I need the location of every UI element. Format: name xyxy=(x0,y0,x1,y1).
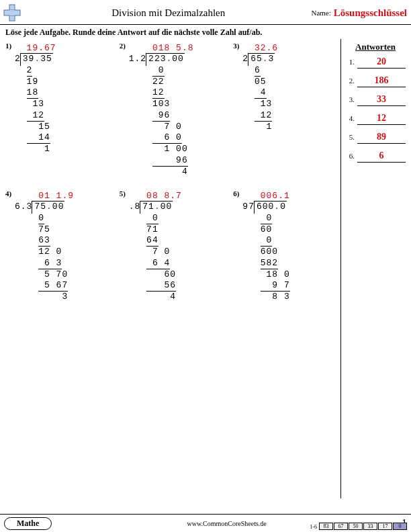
step: 12 xyxy=(129,87,224,99)
answer-number: 5. xyxy=(345,133,355,141)
step: 5 67 xyxy=(15,280,110,292)
step: 12 xyxy=(242,110,338,122)
problem-number: 4) xyxy=(5,189,11,197)
step: 5 70 xyxy=(15,269,110,280)
answer-value: 33 xyxy=(357,94,406,106)
subject-badge: Mathe xyxy=(4,517,52,530)
step: 582 xyxy=(242,258,338,269)
division-setup: .871.00 xyxy=(129,202,224,212)
name-label: Name: xyxy=(311,9,330,17)
answer-value: 12 xyxy=(357,113,406,125)
step: 4 xyxy=(129,167,224,177)
step: 22 xyxy=(129,77,224,87)
step: 56 xyxy=(129,280,224,292)
answers-column: Antworten 1.202.1863.334.125.896.6 xyxy=(340,39,407,498)
step: 0 xyxy=(129,65,224,77)
meter-cell: 83 xyxy=(319,523,333,530)
step: 0 xyxy=(242,235,338,247)
quotient: 08 8.7 xyxy=(129,191,224,202)
step: 64 xyxy=(129,235,224,247)
step: 1 xyxy=(242,122,338,132)
answer-key-label: Lösungsschlüssel xyxy=(334,7,407,19)
problem-number: 2) xyxy=(120,42,126,50)
answer-value: 89 xyxy=(357,132,406,144)
step: 14 xyxy=(15,132,110,144)
step: 19 xyxy=(15,77,110,87)
instruction: Löse jede Aufgabe. Runde deine Antwort a… xyxy=(0,25,411,39)
answer-value: 6 xyxy=(357,150,406,163)
step: 71 xyxy=(129,224,224,235)
problem-number: 1) xyxy=(5,42,11,50)
step: 13 xyxy=(15,99,110,109)
step: 12 0 xyxy=(15,247,110,257)
answer-number: 6. xyxy=(345,152,355,160)
division-setup: 1.2223.00 xyxy=(129,54,224,64)
step: 96 xyxy=(129,110,224,122)
quotient: 018 5.8 xyxy=(129,43,224,54)
answer-value: 20 xyxy=(357,56,406,69)
division-setup: 265.3 xyxy=(242,54,338,64)
step: 8 3 xyxy=(242,292,338,302)
step: 2 xyxy=(15,65,110,77)
meter-label: 1-6 xyxy=(310,524,317,530)
step: 4 xyxy=(242,87,338,99)
logo-icon xyxy=(3,3,21,22)
step: 1 xyxy=(15,144,110,154)
step: 12 xyxy=(15,110,110,122)
problem-number: 5) xyxy=(120,189,126,197)
step: 1 00 xyxy=(129,144,224,154)
step: 600 xyxy=(242,247,338,257)
meter-cell: 0 xyxy=(393,523,407,530)
answer-number: 4. xyxy=(345,114,355,122)
step: 7 0 xyxy=(129,122,224,132)
score-meter: 83675033170 xyxy=(319,523,407,530)
step: 13 xyxy=(242,99,338,109)
quotient: 01 1.9 xyxy=(15,191,110,202)
step: 60 xyxy=(242,224,338,235)
problem: 1) 19.67239.35 2 19 18 13 12 15 14 1 xyxy=(5,42,110,177)
answers-heading: Antworten xyxy=(345,42,406,52)
step: 75 xyxy=(15,224,110,235)
step: 6 3 xyxy=(15,258,110,269)
step: 0 xyxy=(15,213,110,224)
step: 05 xyxy=(242,77,338,87)
problem: 6) 006.197600.0 0 60 0 600 582 18 0 9 7 … xyxy=(233,189,338,303)
header: Division mit Dezimalzahlen Name: Lösungs… xyxy=(0,0,411,25)
step: 0 xyxy=(129,213,224,224)
problem: 5) 08 8.7.871.00 0 71 64 7 0 6 4 60 56 4 xyxy=(120,189,224,303)
step: 6 xyxy=(242,65,338,77)
answer-number: 1. xyxy=(345,58,355,66)
problem: 2) 018 5.81.2223.00 0 22 12 103 96 7 0 6… xyxy=(120,42,224,177)
step: 4 xyxy=(129,292,224,302)
answer-number: 2. xyxy=(345,77,355,85)
step: 0 xyxy=(242,213,338,224)
step: 15 xyxy=(15,122,110,132)
step: 18 xyxy=(15,87,110,99)
step: 9 7 xyxy=(242,280,338,292)
step: 7 0 xyxy=(129,247,224,257)
step: 6 0 xyxy=(129,132,224,144)
problems-area: 1) 19.67239.35 2 19 18 13 12 15 14 12) 0… xyxy=(0,39,340,498)
step: 18 0 xyxy=(242,269,338,280)
problem: 3) 32.6265.3 6 05 4 13 12 1 xyxy=(233,42,338,177)
step: 3 xyxy=(15,292,110,302)
page-title: Division mit Dezimalzahlen xyxy=(26,7,311,19)
problem: 4) 01 1.96.375.00 0 75 63 12 0 6 3 5 70 … xyxy=(5,189,110,303)
meter-cell: 67 xyxy=(334,523,348,530)
answer-number: 3. xyxy=(345,95,355,103)
step: 6 4 xyxy=(129,258,224,269)
answer-value: 186 xyxy=(357,75,406,87)
svg-rect-2 xyxy=(9,10,15,15)
division-setup: 6.375.00 xyxy=(15,202,110,212)
meter-cell: 33 xyxy=(363,523,377,530)
problem-number: 6) xyxy=(233,189,239,197)
division-setup: 239.35 xyxy=(15,54,110,64)
step: 96 xyxy=(129,155,224,167)
meter-cell: 50 xyxy=(349,523,363,530)
problem-number: 3) xyxy=(233,42,239,50)
division-setup: 97600.0 xyxy=(242,202,338,212)
meter-cell: 17 xyxy=(378,523,392,530)
step: 103 xyxy=(129,99,224,109)
footer: Mathe www.CommonCoreSheets.de 1 1-6 8367… xyxy=(0,514,411,532)
quotient: 19.67 xyxy=(15,43,110,54)
